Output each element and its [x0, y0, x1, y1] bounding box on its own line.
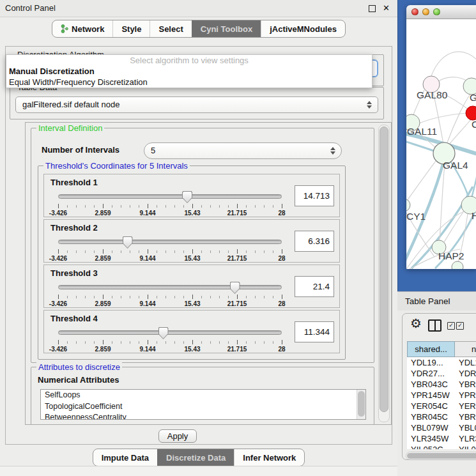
threshold-1-label: Threshold 1 [50, 178, 98, 187]
bottom-tabbar: Impute Data Discretize Data Infer Networ… [0, 449, 397, 466]
node[interactable] [452, 261, 463, 269]
thresholds-group-title: Threshold's Coordinates for 5 Intervals [43, 161, 190, 171]
slider-ticks [58, 249, 282, 254]
attributes-group: Attributes to discretize Numerical Attri… [31, 367, 374, 425]
table-row[interactable]: YPR145WYPR1 [407, 390, 476, 401]
table-row[interactable]: YBR045CYBR0 [407, 411, 476, 422]
close-traffic-light-icon[interactable] [411, 8, 418, 15]
slider-track[interactable] [58, 194, 282, 199]
tab-discretize-data[interactable]: Discretize Data [157, 449, 234, 466]
threshold-1-slider[interactable]: -3.4262.8599.14415.4321.71528 [58, 191, 282, 217]
checkbox-icon[interactable]: ✓ [447, 322, 455, 330]
spinner-arrows-icon[interactable] [330, 147, 335, 155]
threshold-2-label: Threshold 2 [50, 223, 98, 233]
threshold-1-panel: Threshold 1 -3.4262.8599.14415.4321.7152… [43, 174, 340, 217]
number-of-intervals-value: 5 [151, 143, 155, 158]
network-window-frame: GAL80 GA C GAL11 GAL4 GCY1 H HAP2 [397, 0, 476, 291]
table-row[interactable]: YBR043CYBR0 [407, 379, 476, 390]
threshold-3-label: Threshold 3 [50, 268, 98, 278]
cyni-toolbox-panel: Discretization Algorithm Select algorith… [5, 46, 392, 445]
node-table: shared... na YDL19...YDL1 YDR27...YDR2 Y… [407, 341, 476, 449]
tab-cyni-toolbox[interactable]: Cyni Toolbox [192, 20, 261, 37]
table-panel-box: ⚙ ✓ ✓ shared... na YDL19...YDL1 YDR27...… [402, 313, 476, 460]
table-row[interactable]: YER054CYER0 [407, 401, 476, 411]
threshold-3-value-field[interactable]: 21.4 [295, 276, 334, 297]
apply-button[interactable]: Apply [158, 429, 197, 443]
network-window-titlebar[interactable] [406, 5, 476, 19]
slider-scale-labels: -3.4262.8599.14415.4321.71528 [58, 346, 282, 353]
tab-impute-data[interactable]: Impute Data [93, 449, 157, 466]
tab-network[interactable]: Network [52, 20, 112, 37]
panel-title: Control Panel [5, 0, 56, 17]
right-side: GAL80 GA C GAL11 GAL4 GCY1 H HAP2 Table … [397, 0, 476, 476]
list-item[interactable]: TopologicalCoefficient [41, 401, 365, 413]
slider-track[interactable] [58, 285, 282, 289]
settings-vertical-scrollbar[interactable] [378, 125, 390, 422]
list-item[interactable]: SelfLoops [41, 390, 365, 401]
table-row[interactable]: YDR27...YDR2 [407, 368, 476, 379]
float-icon[interactable] [369, 5, 376, 12]
slider-handle[interactable] [182, 191, 192, 203]
table-horizontal-scrollbar[interactable] [406, 452, 476, 460]
threshold-2-slider[interactable]: -3.4262.8599.14415.4321.71528 [58, 236, 282, 262]
network-icon [61, 24, 68, 33]
dropdown-option-equal-width-frequency[interactable]: Equal Width/Frequency Discretization [6, 77, 372, 88]
column-header-shared-name[interactable]: shared... [407, 341, 455, 357]
tab-jactivemnodules[interactable]: jActiveMNodules [261, 20, 345, 37]
node-label-partial: H [472, 210, 476, 221]
threshold-2-panel: Threshold 2 -3.4262.8599.14415.4321.7152… [43, 219, 340, 263]
tab-infer-network[interactable]: Infer Network [234, 449, 304, 466]
list-item[interactable]: BetweennessCentrality [41, 412, 365, 420]
node-label-partial: GA [470, 92, 476, 103]
gear-icon[interactable]: ⚙ [410, 317, 422, 330]
slider-handle[interactable] [158, 327, 169, 339]
node-red[interactable] [466, 106, 476, 120]
network-canvas[interactable]: GAL80 GA C GAL11 GAL4 GCY1 H HAP2 [406, 19, 476, 269]
close-icon[interactable]: ✕ [383, 0, 390, 16]
threshold-2-value-field[interactable]: 6.316 [295, 231, 334, 252]
table-rows: YDL19...YDL1 YDR27...YDR2 YBR043CYBR0 YP… [407, 357, 476, 449]
app-root: Control Panel ✕ Network Style Select [0, 0, 476, 476]
table-row[interactable]: YBL079WYBL0 [407, 422, 476, 433]
table-row[interactable]: YLR345WYLR3 [407, 433, 476, 444]
threshold-4-value-field[interactable]: 11.344 [295, 321, 334, 342]
slider-ticks [58, 204, 282, 209]
threshold-4-slider[interactable]: -3.4262.8599.14415.4321.71528 [58, 327, 282, 353]
slider-handle[interactable] [123, 236, 133, 249]
column-header-name[interactable]: na [455, 341, 476, 357]
table-data-combo[interactable]: galFiltered.sif default node [15, 96, 378, 113]
numerical-attributes-list[interactable]: SelfLoops TopologicalCoefficient Between… [40, 389, 366, 420]
slider-track[interactable] [58, 240, 282, 244]
column-layout-icon[interactable] [428, 319, 441, 332]
checkbox-icon[interactable]: ✓ [456, 322, 464, 330]
table-header-row: shared... na [407, 341, 476, 357]
threshold-3-slider[interactable]: -3.4262.8599.14415.4321.71528 [58, 282, 282, 307]
scrollbar-thumb[interactable] [380, 127, 388, 412]
tab-style[interactable]: Style [112, 20, 150, 37]
node-label-partial: C [472, 119, 476, 130]
table-data-combo-value: galFiltered.sif default node [22, 97, 119, 112]
bottom-strip [0, 466, 397, 476]
list-vertical-scrollbar[interactable] [357, 390, 365, 419]
tab-select[interactable]: Select [150, 20, 191, 37]
slider-scale-labels: -3.4262.8599.14415.4321.71528 [58, 210, 282, 217]
scrollbar-thumb[interactable] [407, 453, 476, 459]
number-of-intervals-spinner[interactable]: 5 [144, 142, 342, 159]
threshold-1-value-field[interactable]: 14.713 [295, 185, 334, 206]
table-row[interactable]: YIL052CYIL0 [407, 444, 476, 449]
zoom-traffic-light-icon[interactable] [433, 8, 440, 15]
dropdown-option-manual-discretization[interactable]: Manual Discretization [6, 66, 372, 77]
algorithm-dropdown-popup: Select algorithm to view settings Manual… [6, 54, 372, 88]
edge [418, 113, 467, 124]
top-tabgroup: Network Style Select Cyni Toolbox jActiv… [52, 20, 346, 38]
slider-track[interactable] [58, 330, 282, 335]
minimize-traffic-light-icon[interactable] [422, 8, 429, 15]
table-row[interactable]: YDL19...YDL1 [407, 357, 476, 368]
control-panel-titlebar: Control Panel ✕ [0, 0, 397, 17]
tab-network-label: Network [72, 24, 104, 34]
spinner-arrows-icon[interactable] [367, 101, 372, 109]
node-gcy1[interactable] [406, 199, 410, 211]
node-label-gal4: GAL4 [443, 160, 468, 171]
slider-handle[interactable] [230, 282, 240, 294]
slider-ticks [58, 340, 282, 345]
